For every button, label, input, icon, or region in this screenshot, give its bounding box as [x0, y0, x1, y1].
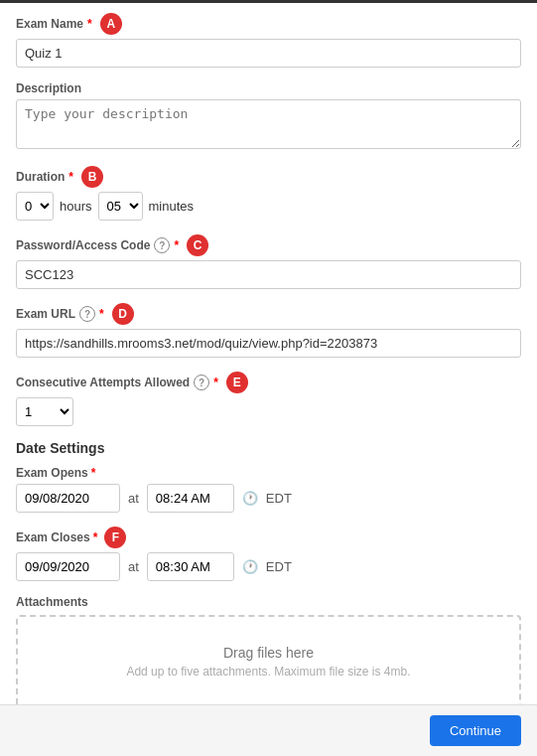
consecutive-attempts-label: Consecutive Attempts Allowed ? * E — [16, 372, 521, 393]
duration-label-text: Duration — [16, 170, 65, 184]
exam-opens-tz-label: EDT — [266, 491, 292, 506]
badge-d: D — [112, 303, 134, 325]
exam-closes-label: Exam Closes * F — [16, 527, 521, 548]
exam-opens-group: Exam Opens * at 🕐 EDT — [16, 466, 521, 513]
continue-button[interactable]: Continue — [430, 715, 521, 746]
consecutive-attempts-required: * — [213, 376, 218, 389]
password-label: Password/Access Code ? * C — [16, 234, 521, 256]
exam-closes-clock-icon: 🕐 — [242, 559, 258, 574]
date-settings-section: Date Settings Exam Opens * at 🕐 EDT Exam… — [16, 440, 521, 581]
exam-url-input[interactable] — [16, 329, 521, 358]
exam-opens-required: * — [91, 466, 96, 480]
exam-url-group: Exam URL ? * D — [16, 303, 521, 358]
exam-closes-row: at 🕐 EDT — [16, 552, 521, 581]
exam-name-label: Exam Name * A — [16, 13, 521, 35]
password-input[interactable] — [16, 260, 521, 289]
description-group: Description — [16, 81, 521, 152]
password-help-icon[interactable]: ? — [154, 237, 170, 253]
description-label: Description — [16, 81, 521, 95]
exam-url-help-icon[interactable]: ? — [79, 306, 95, 322]
badge-b: B — [81, 166, 103, 188]
duration-minutes-select[interactable]: 00 05 10 15 30 45 — [98, 192, 143, 221]
exam-closes-tz-label: EDT — [266, 559, 292, 574]
consecutive-attempts-group: Consecutive Attempts Allowed ? * E 1 2 3… — [16, 372, 521, 426]
exam-opens-label-text: Exam Opens — [16, 466, 88, 480]
attachments-group: Attachments Drag files here Add up to fi… — [16, 595, 521, 708]
description-input[interactable] — [16, 99, 521, 149]
exam-name-required: * — [87, 17, 92, 31]
minutes-label: minutes — [149, 199, 195, 214]
duration-group: Duration * B 0 1 2 3 hours 00 05 10 15 3… — [16, 166, 521, 221]
exam-opens-label: Exam Opens * — [16, 466, 521, 480]
badge-e: E — [226, 372, 248, 393]
exam-url-label-text: Exam URL — [16, 307, 75, 321]
consecutive-attempts-help-icon[interactable]: ? — [194, 375, 209, 390]
consecutive-attempts-select[interactable]: 1 2 3 4 5 — [16, 397, 73, 426]
password-group: Password/Access Code ? * C — [16, 234, 521, 289]
password-label-text: Password/Access Code — [16, 238, 150, 252]
attachments-label: Attachments — [16, 595, 521, 609]
drag-files-text: Drag files here — [34, 645, 503, 661]
duration-label: Duration * B — [16, 166, 521, 188]
attachments-label-text: Attachments — [16, 595, 88, 609]
badge-f: F — [104, 527, 126, 548]
duration-row: 0 1 2 3 hours 00 05 10 15 30 45 minutes — [16, 192, 521, 221]
exam-name-input[interactable] — [16, 39, 521, 68]
date-settings-title: Date Settings — [16, 440, 521, 456]
exam-opens-date-input[interactable] — [16, 484, 120, 513]
description-label-text: Description — [16, 81, 81, 95]
exam-closes-at-label: at — [128, 559, 139, 574]
exam-opens-clock-icon: 🕐 — [242, 491, 258, 506]
badge-c: C — [187, 234, 208, 256]
exam-opens-at-label: at — [128, 491, 139, 506]
exam-opens-time-input[interactable] — [147, 484, 234, 513]
drag-files-subtext: Add up to five attachments. Maximum file… — [34, 665, 503, 679]
exam-closes-label-text: Exam Closes — [16, 530, 90, 544]
footer-bar: Continue — [0, 704, 537, 756]
exam-closes-group: Exam Closes * F at 🕐 EDT — [16, 527, 521, 581]
exam-name-label-text: Exam Name — [16, 17, 83, 31]
exam-closes-date-input[interactable] — [16, 552, 120, 581]
duration-hours-select[interactable]: 0 1 2 3 — [16, 192, 54, 221]
exam-opens-row: at 🕐 EDT — [16, 484, 521, 513]
exam-url-label: Exam URL ? * D — [16, 303, 521, 325]
password-required: * — [174, 238, 179, 252]
exam-url-required: * — [99, 307, 104, 321]
attachments-dropzone[interactable]: Drag files here Add up to five attachmen… — [16, 615, 521, 708]
exam-closes-required: * — [93, 530, 98, 544]
exam-closes-time-input[interactable] — [147, 552, 234, 581]
hours-label: hours — [60, 199, 92, 214]
badge-a: A — [100, 13, 122, 35]
consecutive-attempts-label-text: Consecutive Attempts Allowed — [16, 376, 190, 389]
exam-name-group: Exam Name * A — [16, 13, 521, 68]
duration-required: * — [68, 170, 73, 184]
